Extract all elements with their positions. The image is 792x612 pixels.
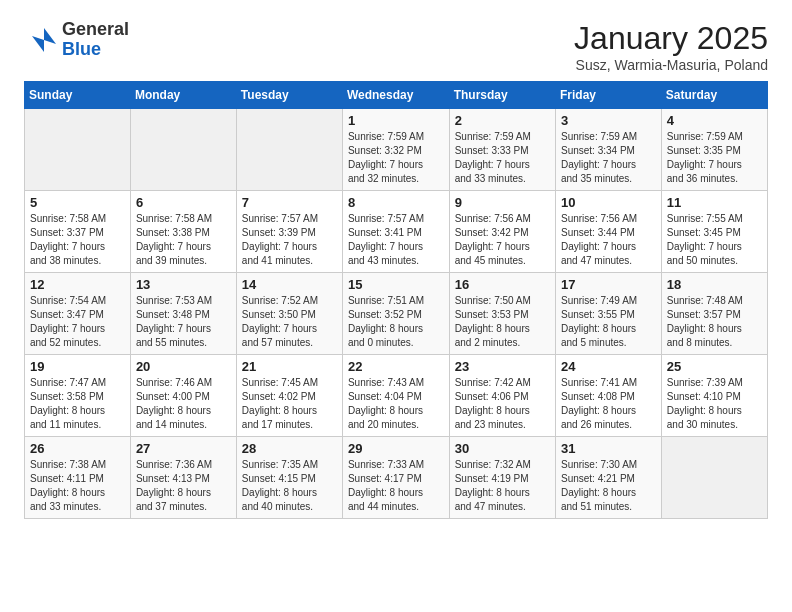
calendar-cell: 5Sunrise: 7:58 AM Sunset: 3:37 PM Daylig… [25, 191, 131, 273]
calendar-cell: 26Sunrise: 7:38 AM Sunset: 4:11 PM Dayli… [25, 437, 131, 519]
calendar-cell: 30Sunrise: 7:32 AM Sunset: 4:19 PM Dayli… [449, 437, 555, 519]
day-info: Sunrise: 7:32 AM Sunset: 4:19 PM Dayligh… [455, 458, 550, 514]
day-info: Sunrise: 7:30 AM Sunset: 4:21 PM Dayligh… [561, 458, 656, 514]
day-number: 13 [136, 277, 231, 292]
day-info: Sunrise: 7:53 AM Sunset: 3:48 PM Dayligh… [136, 294, 231, 350]
weekday-header: Tuesday [236, 82, 342, 109]
calendar-cell: 11Sunrise: 7:55 AM Sunset: 3:45 PM Dayli… [661, 191, 767, 273]
day-number: 18 [667, 277, 762, 292]
calendar-cell: 28Sunrise: 7:35 AM Sunset: 4:15 PM Dayli… [236, 437, 342, 519]
calendar-cell: 14Sunrise: 7:52 AM Sunset: 3:50 PM Dayli… [236, 273, 342, 355]
logo-blue: Blue [62, 40, 129, 60]
calendar-cell [130, 109, 236, 191]
day-info: Sunrise: 7:41 AM Sunset: 4:08 PM Dayligh… [561, 376, 656, 432]
calendar-cell [661, 437, 767, 519]
calendar-cell: 4Sunrise: 7:59 AM Sunset: 3:35 PM Daylig… [661, 109, 767, 191]
day-info: Sunrise: 7:48 AM Sunset: 3:57 PM Dayligh… [667, 294, 762, 350]
day-number: 28 [242, 441, 337, 456]
calendar-cell: 8Sunrise: 7:57 AM Sunset: 3:41 PM Daylig… [342, 191, 449, 273]
day-info: Sunrise: 7:57 AM Sunset: 3:41 PM Dayligh… [348, 212, 444, 268]
weekday-header: Thursday [449, 82, 555, 109]
calendar-body: 1Sunrise: 7:59 AM Sunset: 3:32 PM Daylig… [25, 109, 768, 519]
calendar-cell: 23Sunrise: 7:42 AM Sunset: 4:06 PM Dayli… [449, 355, 555, 437]
day-number: 15 [348, 277, 444, 292]
day-info: Sunrise: 7:59 AM Sunset: 3:35 PM Dayligh… [667, 130, 762, 186]
day-number: 14 [242, 277, 337, 292]
calendar-cell: 1Sunrise: 7:59 AM Sunset: 3:32 PM Daylig… [342, 109, 449, 191]
day-number: 10 [561, 195, 656, 210]
day-info: Sunrise: 7:56 AM Sunset: 3:42 PM Dayligh… [455, 212, 550, 268]
logo-icon [24, 22, 60, 58]
calendar-week-row: 12Sunrise: 7:54 AM Sunset: 3:47 PM Dayli… [25, 273, 768, 355]
day-info: Sunrise: 7:58 AM Sunset: 3:38 PM Dayligh… [136, 212, 231, 268]
day-number: 24 [561, 359, 656, 374]
day-info: Sunrise: 7:42 AM Sunset: 4:06 PM Dayligh… [455, 376, 550, 432]
day-number: 5 [30, 195, 125, 210]
calendar-cell: 22Sunrise: 7:43 AM Sunset: 4:04 PM Dayli… [342, 355, 449, 437]
day-info: Sunrise: 7:57 AM Sunset: 3:39 PM Dayligh… [242, 212, 337, 268]
day-info: Sunrise: 7:33 AM Sunset: 4:17 PM Dayligh… [348, 458, 444, 514]
day-info: Sunrise: 7:51 AM Sunset: 3:52 PM Dayligh… [348, 294, 444, 350]
day-number: 19 [30, 359, 125, 374]
day-info: Sunrise: 7:52 AM Sunset: 3:50 PM Dayligh… [242, 294, 337, 350]
calendar-cell: 10Sunrise: 7:56 AM Sunset: 3:44 PM Dayli… [555, 191, 661, 273]
day-info: Sunrise: 7:45 AM Sunset: 4:02 PM Dayligh… [242, 376, 337, 432]
calendar-cell: 12Sunrise: 7:54 AM Sunset: 3:47 PM Dayli… [25, 273, 131, 355]
calendar-cell: 21Sunrise: 7:45 AM Sunset: 4:02 PM Dayli… [236, 355, 342, 437]
calendar-cell: 6Sunrise: 7:58 AM Sunset: 3:38 PM Daylig… [130, 191, 236, 273]
day-number: 11 [667, 195, 762, 210]
day-info: Sunrise: 7:38 AM Sunset: 4:11 PM Dayligh… [30, 458, 125, 514]
day-number: 16 [455, 277, 550, 292]
day-info: Sunrise: 7:35 AM Sunset: 4:15 PM Dayligh… [242, 458, 337, 514]
svg-marker-0 [32, 28, 56, 52]
day-number: 20 [136, 359, 231, 374]
calendar-cell: 24Sunrise: 7:41 AM Sunset: 4:08 PM Dayli… [555, 355, 661, 437]
day-info: Sunrise: 7:47 AM Sunset: 3:58 PM Dayligh… [30, 376, 125, 432]
calendar-cell: 16Sunrise: 7:50 AM Sunset: 3:53 PM Dayli… [449, 273, 555, 355]
day-info: Sunrise: 7:59 AM Sunset: 3:33 PM Dayligh… [455, 130, 550, 186]
calendar-week-row: 26Sunrise: 7:38 AM Sunset: 4:11 PM Dayli… [25, 437, 768, 519]
day-number: 31 [561, 441, 656, 456]
day-info: Sunrise: 7:58 AM Sunset: 3:37 PM Dayligh… [30, 212, 125, 268]
day-number: 23 [455, 359, 550, 374]
day-number: 8 [348, 195, 444, 210]
calendar-cell: 20Sunrise: 7:46 AM Sunset: 4:00 PM Dayli… [130, 355, 236, 437]
day-number: 9 [455, 195, 550, 210]
month-title: January 2025 [574, 20, 768, 57]
day-number: 27 [136, 441, 231, 456]
logo: General Blue [24, 20, 129, 60]
calendar-cell: 29Sunrise: 7:33 AM Sunset: 4:17 PM Dayli… [342, 437, 449, 519]
logo-text: General Blue [62, 20, 129, 60]
calendar-cell: 25Sunrise: 7:39 AM Sunset: 4:10 PM Dayli… [661, 355, 767, 437]
day-number: 17 [561, 277, 656, 292]
calendar-cell: 17Sunrise: 7:49 AM Sunset: 3:55 PM Dayli… [555, 273, 661, 355]
day-number: 3 [561, 113, 656, 128]
day-info: Sunrise: 7:54 AM Sunset: 3:47 PM Dayligh… [30, 294, 125, 350]
calendar-cell: 2Sunrise: 7:59 AM Sunset: 3:33 PM Daylig… [449, 109, 555, 191]
calendar-cell: 31Sunrise: 7:30 AM Sunset: 4:21 PM Dayli… [555, 437, 661, 519]
calendar-cell: 3Sunrise: 7:59 AM Sunset: 3:34 PM Daylig… [555, 109, 661, 191]
day-info: Sunrise: 7:56 AM Sunset: 3:44 PM Dayligh… [561, 212, 656, 268]
calendar-cell: 13Sunrise: 7:53 AM Sunset: 3:48 PM Dayli… [130, 273, 236, 355]
day-info: Sunrise: 7:36 AM Sunset: 4:13 PM Dayligh… [136, 458, 231, 514]
day-number: 30 [455, 441, 550, 456]
calendar-cell: 9Sunrise: 7:56 AM Sunset: 3:42 PM Daylig… [449, 191, 555, 273]
day-info: Sunrise: 7:50 AM Sunset: 3:53 PM Dayligh… [455, 294, 550, 350]
calendar-cell: 27Sunrise: 7:36 AM Sunset: 4:13 PM Dayli… [130, 437, 236, 519]
calendar-week-row: 1Sunrise: 7:59 AM Sunset: 3:32 PM Daylig… [25, 109, 768, 191]
day-info: Sunrise: 7:59 AM Sunset: 3:34 PM Dayligh… [561, 130, 656, 186]
day-number: 2 [455, 113, 550, 128]
day-number: 1 [348, 113, 444, 128]
day-info: Sunrise: 7:43 AM Sunset: 4:04 PM Dayligh… [348, 376, 444, 432]
weekday-header: Sunday [25, 82, 131, 109]
calendar-header: SundayMondayTuesdayWednesdayThursdayFrid… [25, 82, 768, 109]
day-number: 6 [136, 195, 231, 210]
calendar-cell [236, 109, 342, 191]
day-number: 29 [348, 441, 444, 456]
day-info: Sunrise: 7:39 AM Sunset: 4:10 PM Dayligh… [667, 376, 762, 432]
calendar-cell: 15Sunrise: 7:51 AM Sunset: 3:52 PM Dayli… [342, 273, 449, 355]
day-info: Sunrise: 7:55 AM Sunset: 3:45 PM Dayligh… [667, 212, 762, 268]
subtitle: Susz, Warmia-Masuria, Poland [574, 57, 768, 73]
calendar-cell [25, 109, 131, 191]
day-info: Sunrise: 7:59 AM Sunset: 3:32 PM Dayligh… [348, 130, 444, 186]
